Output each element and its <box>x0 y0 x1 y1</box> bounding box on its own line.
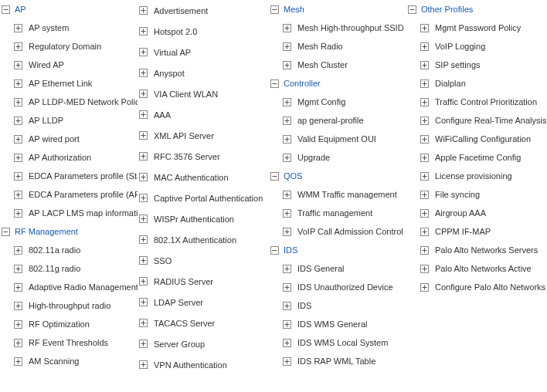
item-edca-ap[interactable]: EDCA Parameters profile (AP) <box>0 185 138 204</box>
item-sip-settings[interactable]: SIP settings <box>406 56 547 74</box>
item-ids-rap-wml-table[interactable]: IDS RAP WML Table <box>269 352 406 370</box>
item-wired-ap[interactable]: Wired AP <box>0 56 138 74</box>
section-label: Controller <box>284 79 321 88</box>
section-mesh[interactable]: Mesh <box>269 0 406 19</box>
item-mgmt-config[interactable]: Mgmt Config <box>269 93 406 111</box>
item-ap-lldp[interactable]: AP LLDP <box>0 111 138 130</box>
expand-icon <box>420 283 429 292</box>
item-rf-event-thresholds[interactable]: RF Event Thresholds <box>0 333 138 352</box>
item-anyspot[interactable]: Anyspot <box>138 63 269 83</box>
item-dialplan[interactable]: Dialplan <box>406 74 547 93</box>
section-controller[interactable]: Controller <box>269 74 406 93</box>
item-xml-api-server[interactable]: XML API Server <box>138 125 269 146</box>
item-wificalling-configuration[interactable]: WiFiCalling Configuration <box>406 130 547 148</box>
item-mesh-ht-ssid[interactable]: Mesh High-throughput SSID <box>269 19 406 37</box>
item-label: Virtual AP <box>154 48 191 57</box>
item-wispr-auth[interactable]: WISPr Authentication <box>138 208 269 229</box>
item-configure-real-time-analysis[interactable]: Configure Real-Time Analysis <box>406 111 547 130</box>
item-traffic-control-prioritization[interactable]: Traffic Control Prioritization <box>406 93 547 111</box>
item-configure-palo-alto-options[interactable]: Configure Palo Alto Networks options <box>406 278 547 296</box>
item-apple-facetime-config[interactable]: Apple Facetime Config <box>406 148 547 167</box>
expand-icon <box>139 360 148 369</box>
item-captive-portal-auth[interactable]: Captive Portal Authentication <box>138 188 269 208</box>
item-label: Advertisement <box>154 6 208 15</box>
item-valid-equipment-oui[interactable]: Valid Equipment OUI <box>269 130 406 148</box>
item-label: Mesh High-throughput SSID <box>297 23 404 32</box>
item-hotspot-20[interactable]: Hotspot 2.0 <box>138 21 269 42</box>
item-palo-alto-networks-servers[interactable]: Palo Alto Networks Servers <box>406 241 547 259</box>
item-label: IDS Unauthorized Device <box>297 282 393 292</box>
item-label: IDS RAP WML Table <box>297 357 375 366</box>
item-sso[interactable]: SSO <box>138 250 269 271</box>
item-traffic-mgmt[interactable]: Traffic management <box>269 204 406 222</box>
expand-icon <box>283 357 291 366</box>
item-license-provisioning[interactable]: License provisioning <box>406 167 547 185</box>
item-ap-lacp-lms[interactable]: AP LACP LMS map information <box>0 204 138 222</box>
section-ids[interactable]: IDS <box>269 241 406 259</box>
item-ids[interactable]: IDS <box>269 296 406 315</box>
item-label: Configure Real-Time Analysis <box>435 116 546 125</box>
item-cppm-if-map[interactable]: CPPM IF-MAP <box>406 222 547 241</box>
item-ap-wired-port[interactable]: AP wired port <box>0 130 138 148</box>
item-airgroup-aaa[interactable]: Airgroup AAA <box>406 204 547 222</box>
item-label: CPPM IF-MAP <box>435 227 491 236</box>
item-aaa[interactable]: AAA <box>138 104 269 125</box>
item-wmm-traffic-mgmt[interactable]: WMM Traffic management <box>269 185 406 204</box>
section-qos[interactable]: QOS <box>269 167 406 185</box>
item-tacacs-server[interactable]: TACACS Server <box>138 313 269 333</box>
item-voip-cac[interactable]: VoIP Call Admission Control <box>269 222 406 241</box>
item-ap-system[interactable]: AP system <box>0 19 138 37</box>
item-label: AP Ethernet Link <box>29 79 92 88</box>
item-mgmt-password-policy[interactable]: Mgmt Password Policy <box>406 19 547 37</box>
item-advertisement[interactable]: Advertisement <box>138 0 269 21</box>
item-voip-logging[interactable]: VoIP Logging <box>406 37 547 56</box>
section-other-profiles[interactable]: Other Profiles <box>406 0 547 19</box>
item-regulatory-domain[interactable]: Regulatory Domain <box>0 37 138 56</box>
item-high-throughput-radio[interactable]: High-throughput radio <box>0 296 138 315</box>
item-ids-general[interactable]: IDS General <box>269 259 406 278</box>
item-vpn-authentication[interactable]: VPN Authentication <box>138 354 269 375</box>
item-80211a-radio[interactable]: 802.11a radio <box>0 241 138 259</box>
item-8021x-auth[interactable]: 802.1X Authentication <box>138 229 269 250</box>
item-label: RF Event Thresholds <box>29 338 108 347</box>
item-ap-ethernet-link[interactable]: AP Ethernet Link <box>0 74 138 93</box>
item-mesh-radio[interactable]: Mesh Radio <box>269 37 406 56</box>
item-label: Mgmt Config <box>297 97 345 106</box>
item-server-group[interactable]: Server Group <box>138 333 269 354</box>
section-label: RF Management <box>15 227 78 236</box>
item-label: TACACS Server <box>154 319 215 328</box>
item-ap-authorization[interactable]: AP Authorization <box>0 148 138 167</box>
item-ids-wms-local-system[interactable]: IDS WMS Local System <box>269 333 406 352</box>
item-ap-general-profile[interactable]: ap general-profile <box>269 111 406 130</box>
item-mesh-cluster[interactable]: Mesh Cluster <box>269 56 406 74</box>
item-radius-server[interactable]: RADIUS Server <box>138 271 269 292</box>
item-ids-unauthorized-device[interactable]: IDS Unauthorized Device <box>269 278 406 296</box>
item-ids-wms-general[interactable]: IDS WMS General <box>269 315 406 333</box>
item-rf-optimization[interactable]: RF Optimization <box>0 315 138 333</box>
item-upgrade[interactable]: Upgrade <box>269 148 406 167</box>
item-mac-authentication[interactable]: MAC Authentication <box>138 167 269 188</box>
item-label: RF Optimization <box>29 319 90 329</box>
item-palo-alto-networks-active[interactable]: Palo Alto Networks Active <box>406 259 547 278</box>
item-adaptive-radio[interactable]: Adaptive Radio Management (AR <box>0 278 138 296</box>
expand-icon <box>14 154 22 162</box>
item-ap-lldp-med[interactable]: AP LLDP-MED Network Policy <box>0 93 138 111</box>
item-label: Hotspot 2.0 <box>154 27 197 36</box>
item-label: RADIUS Server <box>154 277 213 286</box>
item-via-client-wlan[interactable]: VIA Client WLAN <box>138 83 269 104</box>
section-rf-management[interactable]: RF Management <box>0 222 138 241</box>
expand-icon <box>139 173 148 181</box>
item-label: EDCA Parameters profile (AP) <box>29 190 138 199</box>
item-file-syncing[interactable]: File syncing <box>406 185 547 204</box>
item-label: 802.1X Authentication <box>154 235 236 245</box>
item-rfc-3576-server[interactable]: RFC 3576 Server <box>138 146 269 167</box>
item-ldap-server[interactable]: LDAP Server <box>138 292 269 313</box>
section-ap[interactable]: AP <box>0 0 138 19</box>
expand-icon <box>139 6 148 15</box>
item-virtual-ap[interactable]: Virtual AP <box>138 42 269 63</box>
item-label: Apple Facetime Config <box>435 153 521 162</box>
item-am-scanning[interactable]: AM Scanning <box>0 352 138 370</box>
expand-icon <box>14 246 22 255</box>
item-80211g-radio[interactable]: 802.11g radio <box>0 259 138 278</box>
item-edca-station[interactable]: EDCA Parameters profile (Station <box>0 167 138 185</box>
